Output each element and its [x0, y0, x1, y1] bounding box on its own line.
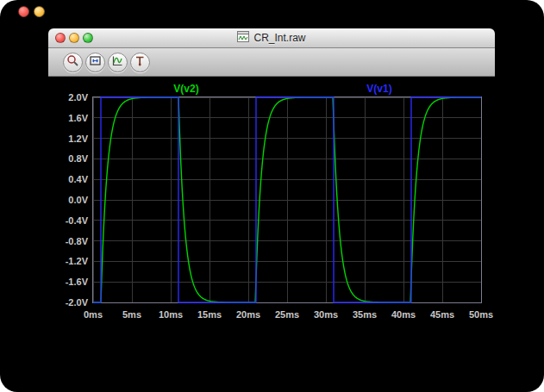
y-tick-label: -1.6V [48, 276, 88, 288]
waveform-document-icon [237, 31, 249, 45]
close-button[interactable] [55, 33, 66, 43]
y-tick-label: -2.0V [48, 296, 88, 308]
y-tick-label: 0.4V [48, 173, 88, 185]
zoom-button[interactable] [83, 33, 93, 43]
zoom-full-extents-button[interactable] [85, 53, 105, 72]
minimize-button[interactable] [69, 33, 79, 43]
x-tick-label: 50ms [462, 308, 495, 320]
desktop-background: CR_Int.raw [0, 0, 544, 392]
x-tick-label: 15ms [191, 308, 228, 320]
x-tick-label: 40ms [385, 308, 422, 320]
background-window-close-button[interactable] [18, 6, 29, 17]
background-window-minimize-button[interactable] [34, 6, 45, 17]
y-tick-label: 1.6V [48, 112, 88, 124]
probe-icon [134, 54, 147, 70]
x-tick-label: 35ms [346, 308, 384, 320]
legend-V(v1)[interactable]: V(v1) [345, 83, 414, 95]
y-tick-label: 0.0V [48, 194, 88, 206]
y-tick-label: -1.2V [48, 255, 88, 267]
zoom-full-extents-icon [89, 54, 102, 70]
x-tick-label: 10ms [152, 308, 190, 320]
legend-V(v2)[interactable]: V(v2) [152, 83, 221, 95]
plot-settings-button[interactable] [108, 53, 128, 72]
x-tick-label: 20ms [229, 308, 267, 320]
window-title: CR_Int.raw [237, 31, 305, 45]
x-tick-label: 25ms [268, 308, 306, 320]
x-tick-label: 0ms [74, 308, 112, 320]
zoom-icon [66, 54, 79, 70]
y-tick-label: 2.0V [48, 91, 88, 103]
toolbar [48, 48, 495, 77]
y-tick-label: 1.2V [48, 133, 88, 145]
x-tick-label: 5ms [113, 308, 151, 320]
x-tick-label: 30ms [307, 308, 345, 320]
window-title-text: CR_Int.raw [253, 32, 305, 44]
plot-canvas[interactable] [92, 96, 482, 303]
y-tick-label: -0.8V [48, 235, 88, 247]
y-tick-label: -0.4V [48, 215, 88, 227]
x-tick-label: 45ms [423, 308, 461, 320]
y-tick-label: 0.8V [48, 152, 88, 165]
waveform-viewer-window: CR_Int.raw [48, 28, 495, 364]
probe-button[interactable] [130, 53, 150, 72]
titlebar[interactable]: CR_Int.raw [48, 28, 495, 48]
plot-settings-icon [111, 54, 124, 70]
plot-pane: V(v2)V(v1) 2.0V1.6V1.2V0.8V0.4V0.0V-0.4V… [48, 78, 495, 364]
zoom-button-toolbar[interactable] [63, 53, 83, 72]
